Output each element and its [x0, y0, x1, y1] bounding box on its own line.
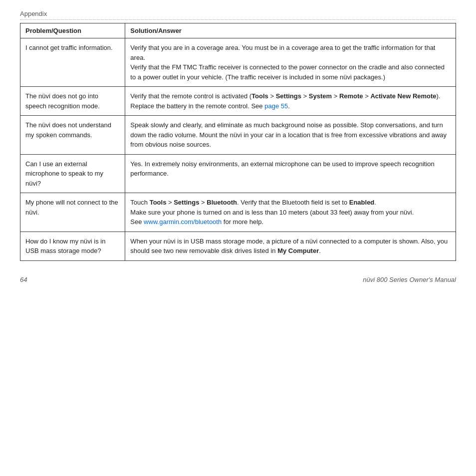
solution-text: Yes. In extremely noisy environments, an…	[130, 160, 434, 178]
manual-title: nüvi 800 Series Owner's Manual	[363, 276, 456, 283]
solution-segment: .	[319, 247, 321, 254]
solution-segment: .	[288, 102, 290, 110]
faq-table: Problem/Question Solution/Answer I canno…	[20, 23, 456, 261]
solution-bold: Enabled	[349, 199, 375, 206]
solution-segment: Replace the battery in the remote contro…	[130, 102, 264, 110]
solution-mixed: Verify that the remote control is activa…	[130, 92, 440, 100]
solution-bold: Bluetooth	[207, 199, 237, 206]
solution-segment: .	[374, 199, 376, 206]
solution-cell: Touch Tools > Settings > Bluetooth. Veri…	[125, 193, 456, 232]
solution-cell: Verify that you are in a coverage area. …	[125, 38, 456, 87]
solution-mixed: Touch Tools > Settings > Bluetooth. Veri…	[130, 199, 376, 206]
solution-bold: System	[309, 92, 332, 100]
solution-segment: Verify that the remote control is activa…	[130, 92, 251, 100]
solution-text: Verify that you are in a coverage area. …	[130, 44, 435, 61]
table-row: Can I use an external microphone to spea…	[20, 154, 456, 193]
table-row: My phone will not connect to the nüvi.To…	[20, 193, 456, 232]
solution-cell: Verify that the remote control is activa…	[125, 87, 456, 116]
solution-segment: >	[268, 92, 276, 100]
solution-segment: Touch	[130, 199, 149, 206]
solution-cell: Speak slowly and clearly, and eliminate …	[125, 116, 456, 155]
table-row: How do I know my nüvi is in USB mass sto…	[20, 232, 456, 260]
problem-cell: The nüvi does not go into speech recogni…	[20, 87, 125, 116]
solution-mixed: When your nüvi is in USB mass storage mo…	[130, 238, 448, 255]
col1-header: Problem/Question	[20, 23, 125, 38]
solution-link[interactable]: page 55	[264, 102, 288, 110]
problem-cell: How do I know my nüvi is in USB mass sto…	[20, 232, 125, 260]
table-row: The nüvi does not understand my spoken c…	[20, 116, 456, 155]
solution-segment: >	[166, 199, 174, 206]
table-row: I cannot get traffic information.Verify …	[20, 38, 456, 87]
solution-segment: >	[200, 199, 207, 206]
solution-bold: My Computer	[277, 247, 319, 254]
solution-link[interactable]: www.garmin.com/bluetooth	[144, 218, 222, 226]
solution-bold: Settings	[276, 92, 301, 100]
page-header: Appendix	[20, 10, 456, 20]
solution-bold: Remote	[339, 92, 363, 100]
solution-cell: Yes. In extremely noisy environments, an…	[125, 154, 456, 193]
appendix-label: Appendix	[20, 10, 47, 17]
solution-text: Speak slowly and clearly, and eliminate …	[130, 121, 447, 148]
page-number: 64	[20, 276, 27, 283]
solution-bold: Tools	[150, 199, 167, 206]
solution-mixed: See www.garmin.com/bluetooth for more he…	[130, 218, 263, 226]
solution-bold: Activate New Remote	[370, 92, 436, 100]
solution-segment: . Verify that the Bluetooth field is set…	[237, 199, 349, 206]
solution-segment: >	[301, 92, 309, 100]
solution-text: Make sure your phone is turned on and is…	[130, 209, 414, 216]
solution-cell: When your nüvi is in USB mass storage mo…	[125, 232, 456, 260]
col2-header: Solution/Answer	[125, 23, 456, 38]
problem-cell: I cannot get traffic information.	[20, 38, 125, 87]
table-row: The nüvi does not go into speech recogni…	[20, 87, 456, 116]
solution-segment: >	[332, 92, 339, 100]
problem-cell: Can I use an external microphone to spea…	[20, 154, 125, 193]
solution-bold: Settings	[174, 199, 199, 206]
solution-segment: See	[130, 218, 144, 226]
page-footer: 64 nüvi 800 Series Owner's Manual	[20, 276, 456, 283]
solution-segment: for more help.	[222, 218, 263, 226]
problem-cell: The nüvi does not understand my spoken c…	[20, 116, 125, 155]
solution-mixed: Replace the battery in the remote contro…	[130, 102, 289, 110]
solution-segment: ).	[437, 92, 441, 100]
solution-segment: >	[363, 92, 371, 100]
solution-text: Verify that the FM TMC Traffic receiver …	[130, 63, 445, 81]
problem-cell: My phone will not connect to the nüvi.	[20, 193, 125, 232]
solution-bold: Tools	[251, 92, 268, 100]
